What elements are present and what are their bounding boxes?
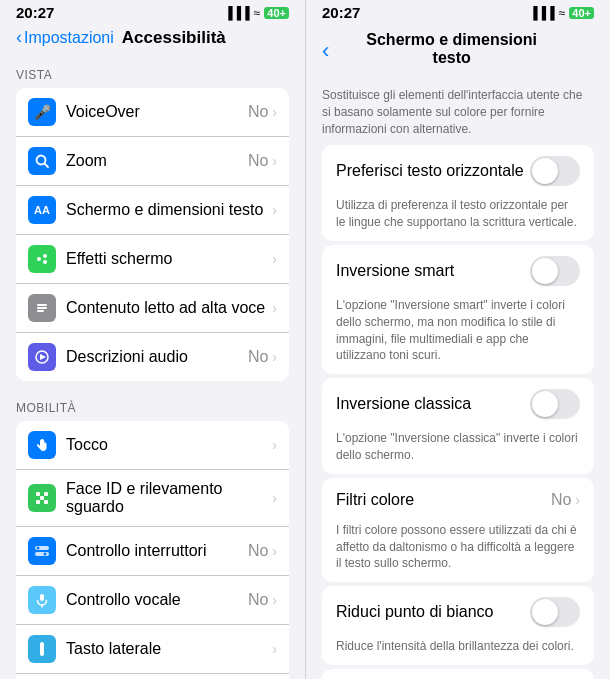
list-item-zoom[interactable]: Zoom No › <box>16 137 289 186</box>
list-item-voiceover[interactable]: 🎤 VoiceOver No › <box>16 88 289 137</box>
voiceover-value: No <box>248 103 268 121</box>
right-page-title: Schermo e dimensioni testo <box>329 27 574 75</box>
controllo-interruttori-icon <box>28 537 56 565</box>
back-button[interactable]: ‹ Impostazioni <box>16 27 114 48</box>
right-status-icons: ▐▐▐ ≈ 40+ <box>529 6 594 20</box>
vocale-chevron: › <box>272 592 277 608</box>
setting-filtri-colore: Filtri colore No › I filtri colore posso… <box>322 478 594 582</box>
right-scroll-area[interactable]: Sostituisce gli elementi dell'interfacci… <box>306 83 610 679</box>
zoom-chevron: › <box>272 153 277 169</box>
svg-rect-7 <box>37 310 44 312</box>
right-signal-icon: ▐▐▐ <box>529 6 555 20</box>
controllo-interruttori-value: No <box>248 542 268 560</box>
pref-testo-toggle[interactable] <box>530 156 580 186</box>
setting-inversione-classica: Inversione classica L'opzione "Inversion… <box>322 378 594 474</box>
inversione-smart-toggle[interactable] <box>530 256 580 286</box>
contenuto-chevron: › <box>272 300 277 316</box>
pref-testo-desc: Utilizza di preferenza il testo orizzont… <box>322 197 594 241</box>
controllo-interruttori-chevron: › <box>272 543 277 559</box>
effetti-chevron: › <box>272 251 277 267</box>
setting-riduci-bianco: Riduci punto di bianco Riduce l'intensit… <box>322 586 594 665</box>
riduci-bianco-toggle[interactable] <box>530 597 580 627</box>
vocale-label: Controllo vocale <box>66 591 248 609</box>
filtri-colore-chevron: › <box>575 492 580 508</box>
filtri-colore-value: No <box>551 491 571 509</box>
right-nav-bar: ‹ Schermo e dimensioni testo <box>306 23 610 83</box>
left-page-title: Accessibilità <box>122 28 226 48</box>
svg-rect-11 <box>44 492 48 496</box>
tasto-icon <box>28 635 56 663</box>
inversione-smart-desc: L'opzione "Inversione smart" inverte i c… <box>322 297 594 374</box>
effetti-svg <box>34 251 50 267</box>
right-status-bar: 20:27 ▐▐▐ ≈ 40+ <box>306 0 610 23</box>
tocco-label: Tocco <box>66 436 272 454</box>
right-time: 20:27 <box>322 4 360 21</box>
right-back-button[interactable]: ‹ <box>322 38 329 64</box>
contenuto-icon <box>28 294 56 322</box>
faceid-svg <box>34 490 50 506</box>
descrizioni-label: Descrizioni audio <box>66 348 248 366</box>
section-header-mobilita: MOBILITÀ <box>0 389 305 421</box>
lista-mobilita: Tocco › Face ID e rilevamento sguardo › … <box>16 421 289 679</box>
faceid-chevron: › <box>272 490 277 506</box>
list-item-dispositivi[interactable]: Controlla i dispositivi vicini › <box>16 674 289 679</box>
vocale-svg <box>34 592 50 608</box>
inversione-classica-desc: L'opzione "Inversione classica" inverte … <box>322 430 594 474</box>
list-item-tasto[interactable]: Tasto laterale › <box>16 625 289 674</box>
list-item-descrizioni[interactable]: Descrizioni audio No › <box>16 333 289 381</box>
svg-marker-9 <box>40 354 46 360</box>
list-item-schermo[interactable]: AA Schermo e dimensioni testo › <box>16 186 289 235</box>
tasto-svg <box>34 641 50 657</box>
list-item-vocale[interactable]: Controllo vocale No › <box>16 576 289 625</box>
signal-icon: ▐▐▐ <box>224 6 250 20</box>
list-item-tocco[interactable]: Tocco › <box>16 421 289 470</box>
list-item-effetti[interactable]: Effetti schermo › <box>16 235 289 284</box>
tocco-svg <box>34 437 50 453</box>
vocale-value: No <box>248 591 268 609</box>
wifi-icon: ≈ <box>254 6 261 20</box>
voiceover-icon: 🎤 <box>28 98 56 126</box>
voiceover-chevron: › <box>272 104 277 120</box>
svg-rect-12 <box>36 500 40 504</box>
descrizioni-chevron: › <box>272 349 277 365</box>
svg-rect-13 <box>44 500 48 504</box>
back-label: Impostazioni <box>24 29 114 47</box>
zoom-svg <box>34 153 50 169</box>
descrizioni-value: No <box>248 348 268 366</box>
setting-pref-testo: Preferisci testo orizzontale Utilizza di… <box>322 145 594 241</box>
svg-rect-10 <box>36 492 40 496</box>
list-item-controllo-interruttori[interactable]: Controllo interruttori No › <box>16 527 289 576</box>
controllo-svg <box>34 543 50 559</box>
left-status-icons: ▐▐▐ ≈ 40+ <box>224 6 289 20</box>
lista-vista: 🎤 VoiceOver No › Zoom No › AA Schermo e … <box>16 88 289 381</box>
inversione-classica-toggle[interactable] <box>530 389 580 419</box>
faceid-label: Face ID e rilevamento sguardo <box>66 480 272 516</box>
filtri-colore-label: Filtri colore <box>336 491 414 509</box>
setting-inversione-smart: Inversione smart L'opzione "Inversione s… <box>322 245 594 374</box>
contenuto-svg <box>34 300 50 316</box>
pref-testo-label: Preferisci testo orizzontale <box>336 162 524 180</box>
right-screen: 20:27 ▐▐▐ ≈ 40+ ‹ Schermo e dimensioni t… <box>305 0 610 679</box>
left-screen: 20:27 ▐▐▐ ≈ 40+ ‹ Impostazioni Accessibi… <box>0 0 305 679</box>
right-battery-icon: 40+ <box>569 7 594 19</box>
tasto-chevron: › <box>272 641 277 657</box>
svg-rect-14 <box>40 496 44 500</box>
left-status-bar: 20:27 ▐▐▐ ≈ 40+ <box>0 0 305 23</box>
voiceover-label: VoiceOver <box>66 103 248 121</box>
left-nav-bar: ‹ Impostazioni Accessibilità <box>0 23 305 56</box>
svg-point-2 <box>37 257 41 261</box>
top-description: Sostituisce gli elementi dell'interfacci… <box>322 83 594 145</box>
vocale-icon <box>28 586 56 614</box>
left-scroll-area[interactable]: VISTA 🎤 VoiceOver No › Zoom No › AA <box>0 56 305 679</box>
zoom-icon <box>28 147 56 175</box>
svg-rect-19 <box>40 594 44 601</box>
filtri-colore-value-row: No › <box>551 491 580 509</box>
section-header-vista: VISTA <box>0 56 305 88</box>
list-item-faceid[interactable]: Face ID e rilevamento sguardo › <box>16 470 289 527</box>
list-item-contenuto[interactable]: Contenuto letto ad alta voce › <box>16 284 289 333</box>
svg-rect-5 <box>37 304 47 306</box>
effetti-icon <box>28 245 56 273</box>
riduci-bianco-label: Riduci punto di bianco <box>336 603 493 621</box>
inversione-classica-label: Inversione classica <box>336 395 471 413</box>
svg-point-4 <box>43 260 47 264</box>
